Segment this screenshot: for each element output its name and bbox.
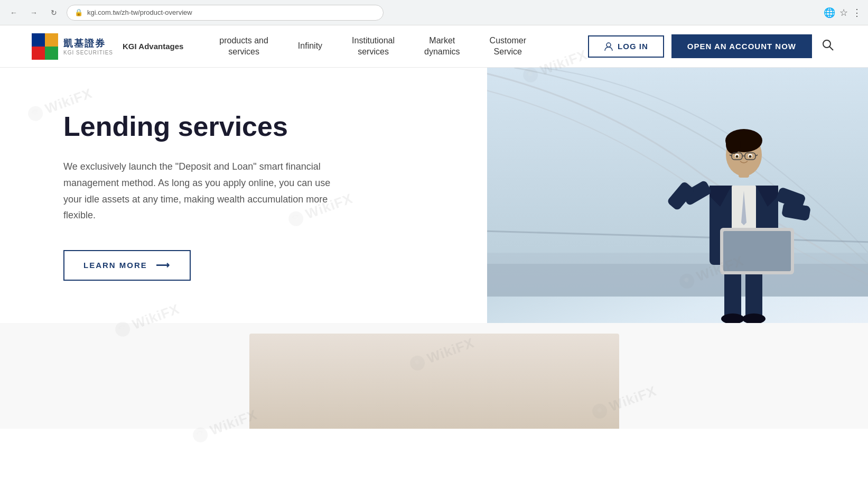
nav-items-container: products and services Infinity Instituti… [204,25,588,68]
nav-market-line2: dynamics [424,47,460,58]
forward-button[interactable]: → [26,5,41,20]
nav-item-products[interactable]: products and services [204,25,283,68]
nav-action-buttons: LOG IN OPEN AN ACCOUNT NOW [588,34,836,58]
refresh-button[interactable]: ↻ [46,5,61,20]
nav-item-customer[interactable]: Customer Service [475,25,541,68]
logo-chinese-text: 凱基證券 [63,37,113,50]
svg-point-5 [823,40,830,48]
nav-market-line1: Market [429,35,455,47]
nav-institutional-line1: Institutional [352,35,395,47]
bottom-section [0,323,868,429]
hero-section: Lending services We exclusively launch t… [0,68,868,323]
nav-customer-line1: Customer [490,35,526,47]
forward-icon: → [30,8,38,17]
kgi-logo-icon [32,33,58,60]
learn-more-label: LEARN MORE [83,261,147,270]
bottom-content-placeholder [249,334,619,429]
kgi-advantages-label: KGI Advantages [123,42,183,51]
nav-customer-line2: Service [494,47,522,58]
logo-area[interactable]: 凱基證券 KGI SECURITIES KGI Advantages [32,33,183,60]
login-label: LOG IN [618,42,648,51]
search-button[interactable] [819,36,836,57]
logo-english-text: KGI SECURITIES [63,50,113,56]
svg-point-31 [726,135,741,154]
svg-rect-2 [32,47,45,60]
hero-description: We exclusively launch the "Deposit and L… [63,159,338,223]
nav-institutional-line2: services [358,47,389,58]
svg-line-6 [829,47,833,50]
svg-rect-26 [723,231,791,271]
refresh-icon: ↻ [51,8,57,17]
browser-action-buttons: 🌐 ☆ ⋮ [824,7,862,19]
nav-products-line1: products and [219,35,268,47]
address-bar[interactable]: 🔒 kgi.com.tw/zh-tw/product-overview [67,5,384,21]
nav-item-infinity[interactable]: Infinity [283,25,337,68]
back-icon: ← [10,8,17,17]
main-navbar: 凱基證券 KGI SECURITIES KGI Advantages produ… [0,25,868,68]
svg-point-40 [749,155,752,158]
nav-item-market[interactable]: Market dynamics [409,25,475,68]
login-button[interactable]: LOG IN [588,35,664,58]
hero-content-area: Lending services We exclusively launch t… [0,68,487,323]
lock-icon: 🔒 [74,8,83,16]
svg-point-54 [198,431,203,436]
svg-rect-24 [781,201,811,221]
url-text: kgi.com.tw/zh-tw/product-overview [87,8,192,16]
browser-chrome: ← → ↻ 🔒 kgi.com.tw/zh-tw/product-overvie… [0,0,868,25]
nav-products-line2: services [228,47,259,58]
hero-image-area [487,68,869,323]
open-account-label: OPEN AN ACCOUNT NOW [687,42,796,51]
back-button[interactable]: ← [6,5,21,20]
more-options-button[interactable]: ⋮ [852,7,862,19]
logo-text: 凱基證券 KGI SECURITIES [63,37,113,56]
svg-rect-0 [32,33,45,47]
hero-title: Lending services [63,110,445,143]
svg-rect-1 [45,33,58,47]
learn-more-button[interactable]: LEARN MORE ⟶ [63,250,191,281]
business-person-figure [651,117,836,323]
open-account-button[interactable]: OPEN AN ACCOUNT NOW [671,34,812,58]
bookmark-button[interactable]: ☆ [839,7,848,19]
user-icon [604,42,613,51]
svg-rect-3 [45,47,58,60]
svg-point-39 [736,155,739,158]
translate-button[interactable]: 🌐 [824,7,835,19]
arrow-right-icon: ⟶ [156,260,171,271]
hero-background-image [487,68,869,323]
nav-item-institutional[interactable]: Institutional services [337,25,409,68]
svg-point-4 [606,43,611,47]
nav-infinity-label: Infinity [298,41,322,52]
search-icon [822,39,834,51]
